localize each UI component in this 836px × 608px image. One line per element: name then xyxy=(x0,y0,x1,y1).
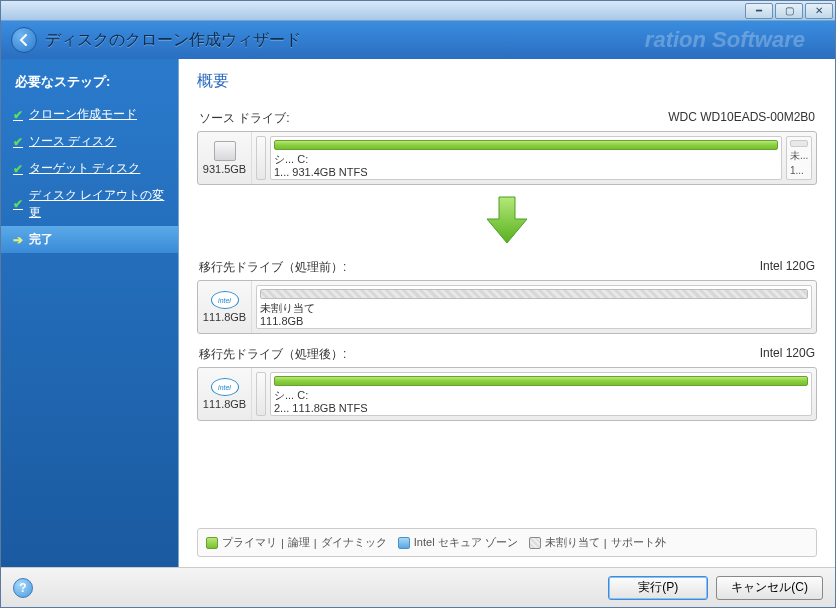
partition-c: シ... C: 2... 111.8GB NTFS xyxy=(270,372,812,416)
arrow-left-icon xyxy=(17,33,31,47)
mini-bar xyxy=(790,140,808,147)
sidebar-title: 必要なステップ: xyxy=(1,69,178,101)
step-finish[interactable]: ➔ 完了 xyxy=(1,226,178,253)
legend-swatch-primary xyxy=(206,537,218,549)
partition-bar-primary xyxy=(274,140,778,150)
step-disk-layout[interactable]: ✔ ディスク レイアウトの変更 xyxy=(1,182,178,226)
partition-label-1: シ... C: xyxy=(274,388,808,400)
step-target-disk[interactable]: ✔ ターゲット ディスク xyxy=(1,155,178,182)
steps-sidebar: 必要なステップ: ✔ クローン作成モード ✔ ソース ディスク ✔ ターゲット … xyxy=(1,59,179,567)
back-button[interactable] xyxy=(11,27,37,53)
trailing-partition: 未... 1... xyxy=(786,136,812,180)
partition-label-2: 2... 111.8GB NTFS xyxy=(274,402,808,412)
after-device: Intel 120G xyxy=(760,346,815,363)
legend-swatch-unalloc xyxy=(529,537,541,549)
step-label: ソース ディスク xyxy=(29,133,116,150)
drive-size: 111.8GB xyxy=(202,311,247,323)
reserved-partition xyxy=(256,136,266,180)
titlebar: ━ ▢ ✕ xyxy=(1,1,835,21)
execute-button[interactable]: 実行(P) xyxy=(608,576,708,600)
disk-icon xyxy=(214,141,236,161)
check-icon: ✔ xyxy=(13,162,23,176)
execute-label: 実行(P) xyxy=(638,580,678,594)
intel-icon: intel xyxy=(211,378,239,396)
legend-intel: Intel セキュア ゾーン xyxy=(414,535,518,550)
check-icon: ✔ xyxy=(13,135,23,149)
intel-icon: intel xyxy=(211,291,239,309)
step-label: ディスク レイアウトの変更 xyxy=(29,187,166,221)
check-icon: ✔ xyxy=(13,108,23,122)
wizard-header: ration Software ディスクのクローン作成ウィザード xyxy=(1,21,835,59)
partition-area: シ... C: 1... 931.4GB NTFS 未... 1... xyxy=(252,132,816,184)
source-heading: ソース ドライブ: xyxy=(199,110,290,127)
before-device: Intel 120G xyxy=(760,259,815,276)
source-heading-row: ソース ドライブ: WDC WD10EADS-00M2B0 xyxy=(197,106,817,131)
narrow-label-1: 未... xyxy=(790,149,808,163)
step-clone-mode[interactable]: ✔ クローン作成モード xyxy=(1,101,178,128)
legend-logical: 論理 xyxy=(288,535,310,550)
help-button[interactable]: ? xyxy=(13,578,33,598)
source-drive-box: 931.5GB シ... C: 1... 931.4GB NTFS 未... 1… xyxy=(197,131,817,185)
reserved-partition xyxy=(256,372,266,416)
cancel-button[interactable]: キャンセル(C) xyxy=(716,576,823,600)
step-label: 完了 xyxy=(29,231,53,248)
bg-branding: ration Software xyxy=(645,27,805,53)
arrow-right-icon: ➔ xyxy=(13,233,23,247)
after-drive-box: intel 111.8GB シ... C: 2... 111.8GB NTFS xyxy=(197,367,817,421)
legend-unalloc: 未割り当て xyxy=(545,535,600,550)
partition-label-1: シ... C: xyxy=(274,152,778,164)
after-heading: 移行先ドライブ（処理後）: xyxy=(199,346,346,363)
app-window: ━ ▢ ✕ ration Software ディスクのクローン作成ウィザード 必… xyxy=(0,0,836,608)
page-title: 概要 xyxy=(197,71,817,92)
partition-area: 未割り当て 111.8GB xyxy=(252,281,816,333)
drive-size: 111.8GB xyxy=(202,398,247,410)
source-device: WDC WD10EADS-00M2B0 xyxy=(668,110,815,127)
arrow-down-icon xyxy=(197,193,817,247)
drive-size: 931.5GB xyxy=(202,163,247,175)
legend-swatch-intel xyxy=(398,537,410,549)
partition-label-2: 1... 931.4GB NTFS xyxy=(274,166,778,176)
wizard-title: ディスクのクローン作成ウィザード xyxy=(45,30,301,51)
close-button[interactable]: ✕ xyxy=(805,3,833,19)
drive-icon-col: intel 111.8GB xyxy=(198,281,252,333)
minimize-button[interactable]: ━ xyxy=(745,3,773,19)
partition-bar-unalloc xyxy=(260,289,808,299)
partition-label-1: 未割り当て xyxy=(260,301,808,313)
partition-c: シ... C: 1... 931.4GB NTFS xyxy=(270,136,782,180)
before-heading-row: 移行先ドライブ（処理前）: Intel 120G xyxy=(197,255,817,280)
legend-primary: プライマリ xyxy=(222,535,277,550)
legend-unsupported: サポート外 xyxy=(611,535,666,550)
cancel-label: キャンセル(C) xyxy=(731,580,808,594)
before-drive-box: intel 111.8GB 未割り当て 111.8GB xyxy=(197,280,817,334)
check-icon: ✔ xyxy=(13,197,23,211)
step-label: ターゲット ディスク xyxy=(29,160,140,177)
step-source-disk[interactable]: ✔ ソース ディスク xyxy=(1,128,178,155)
partition-bar-primary xyxy=(274,376,808,386)
after-heading-row: 移行先ドライブ（処理後）: Intel 120G xyxy=(197,342,817,367)
drive-icon-col: intel 111.8GB xyxy=(198,368,252,420)
step-label: クローン作成モード xyxy=(29,106,137,123)
drive-icon-col: 931.5GB xyxy=(198,132,252,184)
partition-legend: プライマリ | 論理 | ダイナミック Intel セキュア ゾーン 未割り当て… xyxy=(197,528,817,557)
main-panel: 概要 ソース ドライブ: WDC WD10EADS-00M2B0 931.5GB… xyxy=(179,59,835,567)
narrow-label-2: 1... xyxy=(790,165,808,176)
before-heading: 移行先ドライブ（処理前）: xyxy=(199,259,346,276)
unalloc-partition: 未割り当て 111.8GB xyxy=(256,285,812,329)
partition-area: シ... C: 2... 111.8GB NTFS xyxy=(252,368,816,420)
legend-dynamic: ダイナミック xyxy=(321,535,387,550)
partition-label-2: 111.8GB xyxy=(260,315,808,325)
footer: ? 実行(P) キャンセル(C) xyxy=(1,567,835,607)
maximize-button[interactable]: ▢ xyxy=(775,3,803,19)
